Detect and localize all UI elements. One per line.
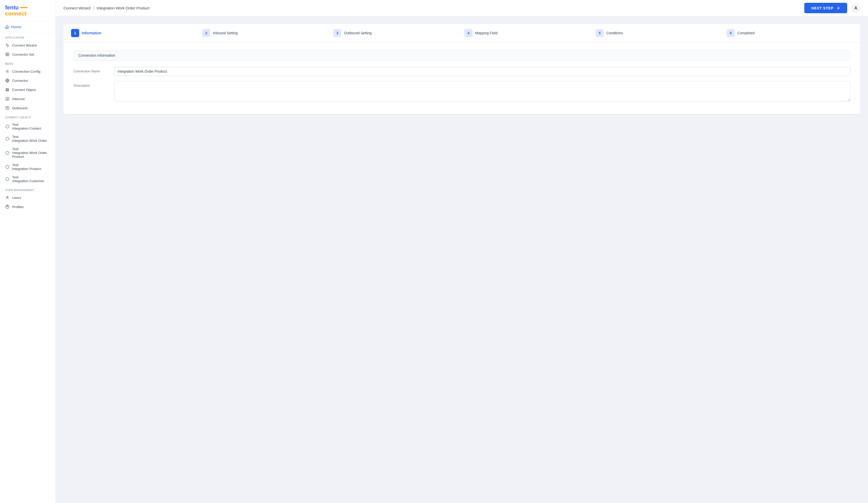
main-content: Connect Wizard | Integration Work Order … [56,0,868,503]
connection-name-row: Connection Name [74,67,850,76]
sidebar-item-connector[interactable]: Connector [0,76,55,85]
svg-rect-1 [8,53,9,54]
step-4-label: Mapping Field [475,31,497,35]
steps-bar: 1 Information 2 Inbound Setting 3 Outbou… [63,24,860,42]
step-3-label: Outbound Setting [344,31,372,35]
test-integration-product-icon [5,164,10,169]
step-4-number: 4 [464,29,473,37]
sidebar-item-test-integration-customer-label: TestIntegration Customer [12,175,44,183]
sidebar-item-inbound-label: Inbound [12,97,24,101]
outbound-icon [5,106,10,110]
next-step-label: NEXT STEP [812,6,834,10]
step-divider-5-6 [722,33,727,33]
sidebar-item-test-integration-customer[interactable]: TestIntegration Customer [0,173,55,185]
sidebar-item-connector-label: Connector [12,79,28,82]
section-application-label: APPLICATION [0,33,55,41]
svg-rect-0 [6,53,7,54]
test-integration-work-order-icon [5,137,10,141]
description-row: Description [74,81,850,101]
sidebar-item-connect-wizard-label: Connect Wizard [12,43,37,47]
top-header: Connect Wizard | Integration Work Order … [56,0,868,16]
step-divider-4-5 [591,33,596,33]
home-label: Home [11,24,21,29]
connection-name-input[interactable] [114,67,850,76]
svg-rect-2 [6,55,7,56]
step-4-item[interactable]: 4 Mapping Field [464,29,591,37]
step-6-number: 6 [727,29,735,37]
section-user-management-label: USER MANAGEMENT [0,185,55,193]
sidebar-item-connect-object-label: Connect Object [12,88,36,92]
connection-name-label: Connection Name [74,67,109,73]
step-divider-1-2 [197,33,202,33]
step-1-number: 1 [71,29,79,37]
next-step-button[interactable]: NEXT STEP [804,3,847,13]
form-section-title: Connection Information [74,50,850,61]
logo-connect: connect [5,10,27,17]
sidebar: fentu connect Home APPLICATION Connect W… [0,0,56,503]
breadcrumb: Connect Wizard | Integration Work Order … [63,6,149,10]
step-2-number: 2 [202,29,210,37]
logo-dash [20,7,28,8]
step-5-item[interactable]: 5 Conditions [596,29,722,37]
sidebar-item-outbound[interactable]: Outbound [0,103,55,112]
step-1-label: Information [82,31,101,35]
sidebar-item-users[interactable]: Users [0,193,55,202]
sidebar-item-connect-object[interactable]: Connect Object [0,85,55,94]
svg-rect-3 [8,55,9,56]
step-divider-2-3 [328,33,333,33]
inbound-icon [5,97,10,101]
description-textarea[interactable] [114,81,850,101]
sidebar-item-test-integration-work-order-product-label: TestIntegration Work OrderProduct [12,147,47,159]
breadcrumb-wizard[interactable]: Connect Wizard [63,6,91,10]
connection-config-icon [5,69,10,74]
connector-icon [5,78,10,83]
section-connect-object-label: CONNECT OBJECT [0,112,55,120]
sidebar-item-test-integration-contact-label: TestIntegration Contact [12,123,41,130]
sidebar-item-profiles[interactable]: Profiles [0,202,55,211]
sidebar-item-connector-set[interactable]: Connector Set [0,50,55,59]
step-6-label: Completed [737,31,755,35]
profiles-icon [5,204,10,209]
step-3-item[interactable]: 3 Outbound Setting [333,29,459,37]
step-2-item[interactable]: 2 Inbound Setting [202,29,328,37]
step-divider-3-4 [459,33,464,33]
section-menu-label: MENU [0,59,55,67]
sidebar-item-test-integration-contact[interactable]: TestIntegration Contact [0,120,55,133]
sidebar-item-profiles-label: Profiles [12,205,24,209]
svg-point-16 [7,205,8,207]
connect-wizard-icon [5,43,10,48]
test-integration-work-order-product-icon [5,151,10,155]
breadcrumb-separator: | [93,6,94,10]
logo-area: fentu connect [0,0,55,21]
sidebar-item-test-integration-work-order[interactable]: TestIntegration Work Order [0,133,55,145]
breadcrumb-current: Integration Work Order Product [97,6,149,10]
logo-fentu: fentu [5,4,19,11]
step-6-item[interactable]: 6 Completed [727,29,853,37]
header-right: NEXT STEP A [804,3,860,13]
user-avatar[interactable]: A [851,3,860,13]
sidebar-item-users-label: Users [12,196,21,200]
sidebar-item-connection-config[interactable]: Connection Config [0,67,55,76]
home-nav-item[interactable]: Home [0,21,55,33]
step-2-label: Inbound Setting [213,31,238,35]
form-area: Connection Information Connection Name D… [63,42,860,114]
wizard-card: 1 Information 2 Inbound Setting 3 Outbou… [63,24,860,114]
users-icon [5,195,10,200]
sidebar-item-connect-wizard[interactable]: Connect Wizard [0,41,55,50]
sidebar-item-outbound-label: Outbound [12,106,27,110]
test-integration-contact-icon [5,124,10,129]
connector-set-icon [5,52,10,57]
sidebar-item-test-integration-product[interactable]: TestIntegration Product [0,161,55,173]
sidebar-item-connection-config-label: Connection Config [12,70,40,73]
step-5-number: 5 [596,29,604,37]
step-5-label: Conditions [606,31,623,35]
step-3-number: 3 [333,29,341,37]
sidebar-item-connector-set-label: Connector Set [12,53,34,57]
svg-point-15 [7,197,8,198]
sidebar-item-test-integration-work-order-product[interactable]: TestIntegration Work OrderProduct [0,145,55,161]
connect-object-icon [5,87,10,92]
arrow-right-icon [836,6,840,10]
svg-rect-7 [6,88,9,91]
step-1-item[interactable]: 1 Information [71,29,197,37]
sidebar-item-inbound[interactable]: Inbound [0,94,55,103]
